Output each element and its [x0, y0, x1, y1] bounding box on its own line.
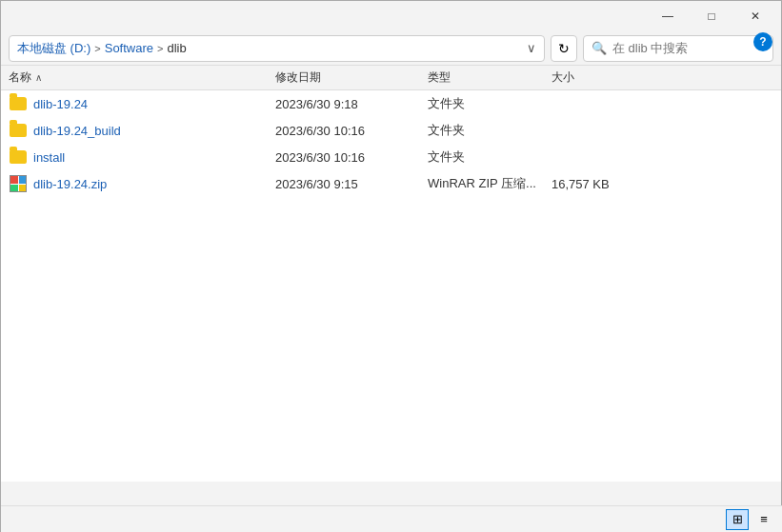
search-icon: 🔍 — [592, 41, 607, 55]
search-area[interactable]: 🔍 — [583, 35, 773, 62]
breadcrumb[interactable]: 本地磁盘 (D:) > Software > dlib ∨ — [9, 35, 545, 62]
zip-icon — [9, 174, 28, 193]
breadcrumb-sep1: > — [94, 43, 100, 54]
col-name-header[interactable]: 名称 ∧ — [9, 69, 275, 86]
breadcrumb-sep2: > — [157, 43, 163, 54]
table-row[interactable]: dlib-19.24 2023/6/30 9:18 文件夹 — [1, 90, 781, 117]
file-name: dlib-19.24 — [33, 97, 275, 111]
breadcrumb-drive[interactable]: 本地磁盘 (D:) — [17, 40, 90, 57]
minimize-button[interactable]: — — [646, 1, 690, 31]
file-name: dlib-19.24_build — [33, 124, 275, 138]
grid-view-button[interactable]: ⊞ — [726, 509, 749, 530]
col-date-label: 修改日期 — [275, 70, 321, 84]
close-button[interactable]: ✕ — [733, 1, 777, 31]
col-size-label: 大小 — [551, 70, 574, 84]
file-type: 文件夹 — [428, 122, 551, 139]
refresh-button[interactable]: ↻ — [551, 35, 577, 62]
main-content: 名称 ∧ 修改日期 类型 大小 dlib-19.24 2023/6/30 9:1… — [1, 66, 781, 482]
statusbar: ⊞ ≡ — [1, 505, 782, 532]
file-type: 文件夹 — [428, 148, 551, 166]
file-type: WinRAR ZIP 压缩... — [428, 175, 551, 192]
file-date: 2023/6/30 9:15 — [275, 177, 428, 191]
col-type-label: 类型 — [428, 70, 451, 84]
chevron-down-icon[interactable]: ∨ — [527, 41, 536, 55]
table-row[interactable]: dlib-19.24.zip 2023/6/30 9:15 WinRAR ZIP… — [1, 170, 781, 197]
file-name: install — [33, 150, 275, 165]
sort-arrow-icon: ∧ — [35, 72, 42, 83]
breadcrumb-dlib: dlib — [167, 41, 186, 55]
column-headers: 名称 ∧ 修改日期 类型 大小 — [1, 66, 781, 90]
breadcrumb-software[interactable]: Software — [105, 41, 153, 55]
search-input[interactable] — [612, 41, 765, 55]
file-date: 2023/6/30 9:18 — [275, 97, 428, 111]
table-row[interactable]: dlib-19.24_build 2023/6/30 10:16 文件夹 — [1, 117, 781, 144]
file-size: 16,757 KB — [551, 177, 647, 191]
file-date: 2023/6/30 10:16 — [275, 124, 428, 138]
file-list: dlib-19.24 2023/6/30 9:18 文件夹 dlib-19.24… — [1, 90, 781, 482]
col-type-header[interactable]: 类型 — [428, 69, 551, 86]
titlebar: — □ ✕ — [1, 1, 781, 31]
help-button[interactable]: ? — [753, 32, 772, 51]
col-size-header[interactable]: 大小 — [551, 69, 647, 86]
folder-icon — [9, 121, 28, 140]
addressbar: 本地磁盘 (D:) > Software > dlib ∨ ↻ 🔍 — [1, 31, 781, 66]
maximize-button[interactable]: □ — [690, 1, 733, 31]
file-name: dlib-19.24.zip — [33, 177, 275, 191]
col-name-label: 名称 — [9, 69, 31, 86]
file-date: 2023/6/30 10:16 — [275, 150, 428, 165]
list-view-button[interactable]: ≡ — [752, 509, 775, 530]
col-date-header[interactable]: 修改日期 — [275, 69, 428, 86]
folder-icon — [9, 94, 28, 113]
folder-icon — [9, 148, 28, 167]
file-type: 文件夹 — [428, 95, 551, 112]
table-row[interactable]: install 2023/6/30 10:16 文件夹 — [1, 144, 781, 170]
